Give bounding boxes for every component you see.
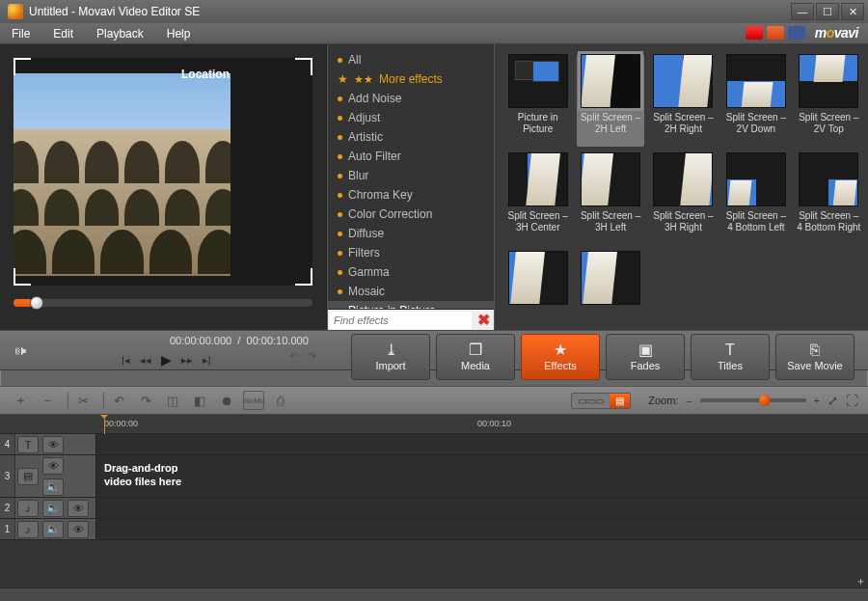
- import-button[interactable]: ⤓Import: [351, 334, 430, 380]
- track-1[interactable]: 1 ♪ 🔈 👁: [0, 519, 868, 540]
- titles-button[interactable]: TTitles: [691, 334, 770, 380]
- thumb-label: Split Screen – 3H Left: [577, 210, 643, 233]
- crop-handle-tr[interactable]: [295, 58, 312, 75]
- clear-search-icon[interactable]: ✖: [477, 311, 490, 329]
- mute-icon[interactable]: 🔈: [42, 521, 64, 538]
- menu-playback[interactable]: Playback: [91, 25, 149, 42]
- fades-button[interactable]: ▣Fades: [606, 334, 685, 380]
- visibility-icon[interactable]: 👁: [68, 500, 89, 517]
- mute-icon[interactable]: 🔈: [42, 500, 64, 517]
- fullscreen-icon[interactable]: ⛶: [846, 394, 858, 408]
- effect-thumb[interactable]: Split Screen – 2H Right: [650, 54, 717, 147]
- add-marker-icon[interactable]: ＋: [10, 391, 31, 410]
- fx-category-item[interactable]: Gamma: [328, 262, 494, 282]
- facebook-icon[interactable]: [788, 26, 805, 40]
- preview-scrubber[interactable]: [14, 299, 312, 307]
- fx-category-item[interactable]: Picture in Picture: [328, 301, 494, 309]
- record-icon[interactable]: ⏺: [216, 391, 237, 410]
- video-track-icon[interactable]: ▤: [17, 468, 39, 485]
- save-movie-button[interactable]: ⎘Save Movie: [775, 334, 854, 380]
- menu-help[interactable]: Help: [161, 25, 197, 42]
- scrub-knob[interactable]: [30, 296, 43, 310]
- fx-category-item[interactable]: Adjust: [328, 108, 494, 127]
- effect-thumb[interactable]: Split Screen – 2H Left: [577, 54, 643, 147]
- maximize-button[interactable]: ☐: [816, 3, 839, 20]
- googleplus-icon[interactable]: [767, 26, 784, 40]
- audio-track-icon[interactable]: ♪: [17, 521, 39, 538]
- goto-end-icon[interactable]: ▸|: [203, 354, 211, 367]
- visibility-icon[interactable]: 👁: [42, 457, 64, 475]
- effects-button[interactable]: ★Effects: [521, 334, 600, 380]
- menu-edit[interactable]: Edit: [47, 25, 79, 42]
- effect-thumb[interactable]: Split Screen – 4 Bottom Right: [796, 152, 862, 245]
- fx-category-item[interactable]: Filters: [328, 243, 494, 262]
- snapshot-icon[interactable]: ⎙: [270, 391, 291, 410]
- effect-thumb[interactable]: Split Screen – 2V Down: [722, 54, 789, 147]
- youtube-icon[interactable]: [746, 26, 763, 40]
- zoom-slider[interactable]: [700, 398, 806, 402]
- search-effects-input[interactable]: [330, 312, 472, 329]
- crop-handle-br[interactable]: [295, 268, 312, 286]
- fx-category-item[interactable]: Diffuse: [328, 224, 494, 243]
- visibility-icon[interactable]: 👁: [42, 436, 64, 453]
- cut-icon[interactable]: ✂: [72, 391, 94, 410]
- fit-icon[interactable]: ⤢: [827, 394, 838, 408]
- step-fwd-icon[interactable]: ▸▸: [181, 354, 193, 367]
- timeline-ruler[interactable]: 00:00:00 00:00:10: [0, 415, 868, 434]
- step-back-icon[interactable]: ◂◂: [140, 354, 151, 367]
- track-number: 2: [0, 498, 15, 518]
- mode-timeline[interactable]: ▤: [610, 394, 630, 408]
- fx-category-item[interactable]: Blur: [328, 166, 494, 185]
- timecode: 00:00:00.000 / 00:00:10.000: [170, 335, 309, 346]
- goto-start-icon[interactable]: |◂: [122, 354, 130, 367]
- minimize-button[interactable]: —: [791, 3, 814, 20]
- rotate-right-icon[interactable]: ↷: [135, 391, 156, 410]
- effect-thumb[interactable]: Split Screen – 3H Center: [504, 152, 571, 245]
- mode-storyboard[interactable]: ▭▭▭: [572, 394, 610, 408]
- track-4[interactable]: 4 T 👁: [0, 434, 868, 455]
- add-track-icon[interactable]: ＋: [854, 574, 866, 586]
- preview-canvas[interactable]: Location: [14, 58, 312, 286]
- color-icon[interactable]: ◧: [189, 391, 210, 410]
- fx-category-item[interactable]: Artistic: [328, 127, 494, 147]
- timeline-view-mode[interactable]: ▭▭▭ ▤: [571, 393, 631, 409]
- overlay-label[interactable]: Location: [181, 68, 230, 81]
- fx-category-item[interactable]: ★More effects: [328, 69, 494, 89]
- titles-track-icon[interactable]: T: [17, 436, 39, 453]
- volume-icon[interactable]: 🕪: [14, 343, 26, 358]
- effect-thumb[interactable]: Split Screen – 4 Bottom Left: [722, 152, 789, 245]
- audio-track-icon[interactable]: ♪: [17, 500, 39, 517]
- effect-thumb[interactable]: Split Screen – 3H Left: [577, 152, 643, 245]
- fx-category-item[interactable]: Chroma Key: [328, 185, 494, 205]
- effect-thumb[interactable]: Split Screen – 2V Top: [796, 54, 862, 147]
- crop-handle-tl[interactable]: [14, 58, 31, 75]
- fx-category-item[interactable]: Auto Filter: [328, 147, 494, 166]
- crop-icon[interactable]: ◫: [162, 391, 183, 410]
- zoom-in-icon[interactable]: +: [814, 395, 820, 406]
- media-button[interactable]: ❐Media: [436, 334, 515, 380]
- play-icon[interactable]: ▶: [161, 352, 172, 368]
- visibility-icon[interactable]: 👁: [68, 521, 89, 538]
- slomo-icon[interactable]: SloMo: [243, 391, 264, 410]
- mute-icon[interactable]: 🔈: [42, 478, 64, 496]
- fx-category-item[interactable]: Mosaic: [328, 282, 494, 301]
- zoom-out-icon[interactable]: –: [686, 395, 692, 406]
- effect-thumb[interactable]: Picture in Picture: [504, 54, 571, 147]
- fx-category-item[interactable]: Add Noise: [328, 89, 494, 108]
- redo-icon[interactable]: ↷: [308, 350, 316, 363]
- rotate-left-icon[interactable]: ↶: [108, 391, 129, 410]
- zoom-knob[interactable]: [759, 395, 771, 406]
- fx-category-item[interactable]: Color Correction: [328, 205, 494, 224]
- fades-icon: ▣: [638, 343, 653, 357]
- remove-marker-icon[interactable]: －: [37, 391, 58, 410]
- track-2[interactable]: 2 ♪ 🔈 👁: [0, 498, 868, 519]
- close-button[interactable]: ✕: [841, 3, 864, 20]
- fx-category-item[interactable]: All: [328, 50, 494, 69]
- menu-file[interactable]: File: [6, 25, 36, 42]
- crop-handle-bl[interactable]: [14, 268, 31, 286]
- window-title: Untitled - Movavi Video Editor SE: [29, 5, 200, 18]
- timeline-h-scroll[interactable]: [0, 587, 868, 601]
- track-3[interactable]: 3 ▤ 👁 🔈 Drag-and-dropvideo files here: [0, 455, 868, 498]
- undo-icon[interactable]: ↶: [289, 350, 298, 363]
- effect-thumb[interactable]: Split Screen – 3H Right: [650, 152, 717, 245]
